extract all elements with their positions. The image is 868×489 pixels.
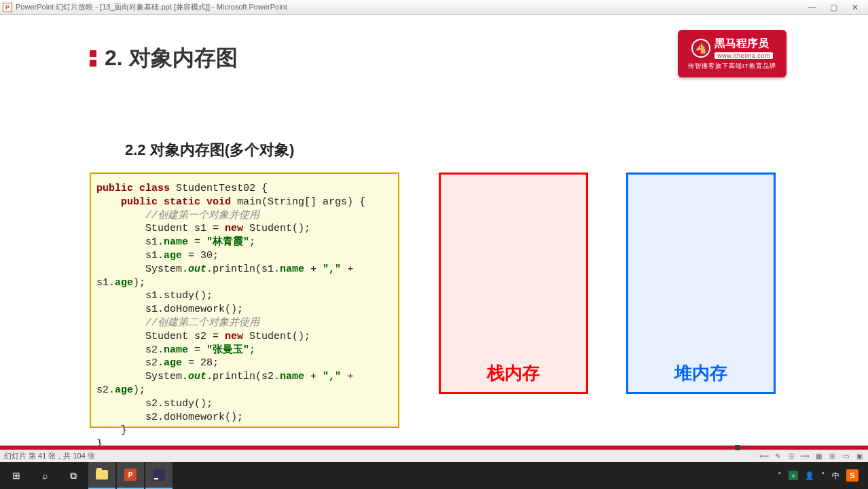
prev-icon[interactable]: ⟸: [759, 452, 769, 461]
close-button[interactable]: ✕: [850, 3, 860, 12]
tray-chevron-icon[interactable]: ˄: [778, 471, 782, 480]
pen-icon[interactable]: ✎: [773, 452, 782, 461]
section-title: 2. 对象内存图: [90, 43, 238, 73]
progress-bar[interactable]: [0, 446, 868, 450]
intellij-icon: [153, 469, 165, 481]
stack-label: 栈内存: [487, 361, 540, 385]
slideshow-view-icon[interactable]: ▣: [854, 452, 864, 461]
logo-tagline: 传智播客旗下高端IT教育品牌: [688, 62, 776, 71]
title-bar: P PowerPoint 幻灯片放映 - [13_面向对象基础.ppt [兼容模…: [0, 0, 868, 15]
powerpoint-task-icon: P: [124, 469, 137, 481]
bullet-decor: [90, 50, 96, 67]
horse-icon: 🐴: [691, 39, 710, 58]
reading-view-icon[interactable]: ▭: [841, 452, 850, 461]
people-icon[interactable]: 👤: [805, 471, 814, 480]
search-button[interactable]: ⌕: [31, 462, 58, 489]
tray-chevron2-icon[interactable]: ˄: [821, 471, 825, 480]
section-name: 对象内存图: [129, 46, 238, 70]
section-number: 2.: [105, 46, 123, 70]
file-explorer-button[interactable]: [88, 462, 115, 489]
maximize-button[interactable]: ▢: [829, 3, 838, 12]
start-button[interactable]: ⊞: [3, 462, 30, 489]
task-view-button[interactable]: ⧉: [60, 462, 87, 489]
tray-app-icon[interactable]: x: [789, 471, 798, 480]
menu-icon[interactable]: ☰: [786, 452, 796, 461]
code-block: public class StudentTest02 { public stat…: [90, 173, 399, 428]
ime-indicator[interactable]: 中: [832, 471, 839, 481]
app-window: P PowerPoint 幻灯片放映 - [13_面向对象基础.ppt [兼容模…: [0, 0, 868, 489]
minimize-button[interactable]: —: [807, 3, 816, 12]
sorter-view-icon[interactable]: ⊞: [827, 452, 837, 461]
heap-label: 堆内存: [674, 361, 727, 385]
folder-icon: [96, 470, 108, 479]
logo-url: www.itheima.com: [715, 52, 773, 59]
powerpoint-taskbar-button[interactable]: P: [117, 462, 144, 489]
slide: 🐴 黑马程序员 www.itheima.com 传智播客旗下高端IT教育品牌 2…: [0, 15, 868, 443]
progress-knob[interactable]: [735, 445, 740, 450]
intellij-taskbar-button[interactable]: [145, 462, 173, 489]
status-icons: ⟸ ✎ ☰ ⟹ ▦ ⊞ ▭ ▣: [759, 452, 864, 461]
powerpoint-icon: P: [3, 3, 12, 12]
taskbar: ⊞ ⌕ ⧉ P ˄ x 👤 ˄ 中 S: [0, 462, 868, 489]
brand-logo: 🐴 黑马程序员 www.itheima.com 传智播客旗下高端IT教育品牌: [678, 30, 786, 77]
sogou-ime-icon[interactable]: S: [846, 469, 858, 482]
window-title: PowerPoint 幻灯片放映 - [13_面向对象基础.ppt [兼容模式]…: [16, 2, 807, 12]
sub-heading: 2.2 对象内存图(多个对象): [125, 140, 294, 160]
slide-area: 🐴 黑马程序员 www.itheima.com 传智播客旗下高端IT教育品牌 2…: [0, 15, 868, 446]
heap-memory-box: 堆内存: [626, 173, 776, 394]
next-icon[interactable]: ⟹: [800, 452, 810, 461]
status-bar: 幻灯片 第 41 张，共 104 张 ⟸ ✎ ☰ ⟹ ▦ ⊞ ▭ ▣: [0, 450, 868, 462]
logo-name: 黑马程序员: [715, 37, 773, 51]
stack-memory-box: 栈内存: [439, 173, 588, 394]
slide-counter: 幻灯片 第 41 张，共 104 张: [4, 451, 759, 461]
system-tray: ˄ x 👤 ˄ 中 S: [778, 469, 865, 482]
normal-view-icon[interactable]: ▦: [814, 452, 823, 461]
